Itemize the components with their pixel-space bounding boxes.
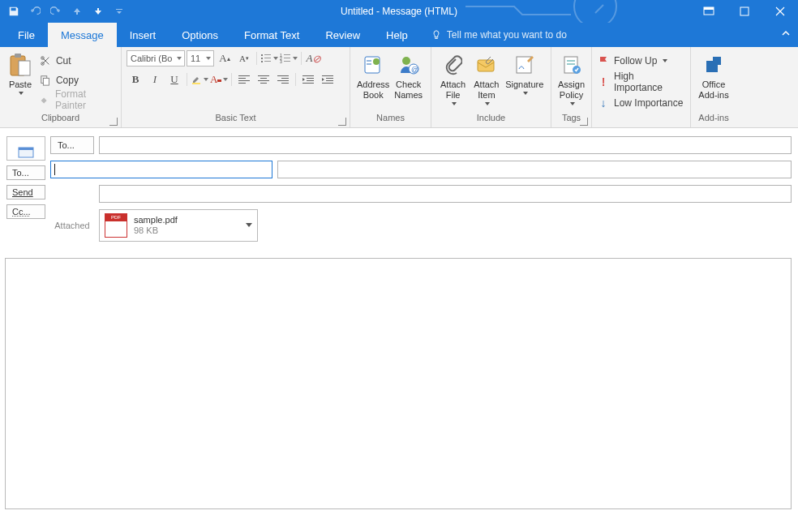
svg-rect-35 bbox=[277, 80, 289, 81]
low-importance-label: Low Importance bbox=[614, 97, 683, 109]
tab-help[interactable]: Help bbox=[373, 23, 421, 47]
svg-point-49 bbox=[402, 57, 410, 65]
svg-rect-27 bbox=[238, 80, 250, 81]
paste-button[interactable]: Paste bbox=[5, 50, 36, 95]
increase-indent-icon[interactable] bbox=[319, 71, 337, 88]
from-input[interactable] bbox=[50, 161, 272, 178]
increase-font-icon[interactable]: A▴ bbox=[216, 50, 234, 66]
tab-file[interactable]: File bbox=[5, 23, 48, 47]
high-importance-button[interactable]: ! High Importance bbox=[597, 73, 685, 91]
lightbulb-icon bbox=[431, 29, 442, 41]
svg-rect-3 bbox=[704, 7, 714, 10]
check-names-button[interactable]: @ Check Names bbox=[391, 50, 426, 101]
to-button[interactable]: To... bbox=[50, 136, 94, 154]
message-body[interactable] bbox=[5, 258, 792, 509]
align-left-icon[interactable] bbox=[235, 71, 253, 88]
svg-rect-61 bbox=[19, 148, 33, 150]
group-label-tags: Tags bbox=[551, 113, 591, 127]
low-importance-button[interactable]: ↓ Low Importance bbox=[597, 94, 683, 112]
svg-rect-29 bbox=[258, 75, 269, 76]
title-bar: Untitled - Message (HTML) bbox=[0, 0, 798, 23]
follow-up-button[interactable]: Follow Up bbox=[597, 52, 667, 70]
group-names: Address Book @ Check Names Names bbox=[350, 47, 431, 127]
tab-format-text[interactable]: Format Text bbox=[231, 23, 312, 47]
svg-rect-7 bbox=[19, 61, 30, 75]
svg-rect-32 bbox=[260, 83, 267, 84]
next-item-icon[interactable] bbox=[89, 2, 107, 20]
ribbon-display-options-icon[interactable] bbox=[691, 0, 727, 23]
collapse-ribbon-icon[interactable] bbox=[780, 28, 792, 39]
svg-rect-48 bbox=[367, 63, 371, 65]
align-center-icon[interactable] bbox=[255, 71, 272, 88]
copy-button[interactable]: Copy bbox=[39, 71, 116, 89]
high-importance-label: High Importance bbox=[614, 71, 685, 93]
account-picker[interactable] bbox=[6, 136, 45, 161]
dialog-launcher-icon[interactable] bbox=[338, 118, 346, 126]
clear-formatting-icon[interactable]: A⊘ bbox=[305, 50, 323, 66]
signature-icon bbox=[512, 52, 538, 78]
low-importance-icon: ↓ bbox=[597, 97, 610, 109]
decrease-indent-icon[interactable] bbox=[299, 71, 317, 88]
numbering-icon[interactable]: 123 bbox=[280, 50, 298, 66]
tab-insert[interactable]: Insert bbox=[117, 23, 169, 47]
attach-file-button[interactable]: Attach File bbox=[436, 50, 470, 105]
group-clipboard: Paste Cut Copy Format Painter Clipboard bbox=[0, 47, 122, 127]
address-book-button[interactable]: Address Book bbox=[355, 50, 391, 101]
tell-me-search[interactable]: Tell me what you want to do bbox=[421, 23, 577, 47]
cc-input[interactable] bbox=[277, 161, 792, 178]
to-input[interactable] bbox=[99, 136, 792, 154]
group-label-include: Include bbox=[431, 113, 551, 127]
attach-item-label: Attach Item bbox=[474, 79, 499, 101]
copy-icon bbox=[39, 74, 52, 87]
paperclip-icon bbox=[440, 52, 466, 78]
highlight-icon[interactable] bbox=[191, 71, 208, 88]
tab-message[interactable]: Message bbox=[48, 23, 117, 47]
font-name-combo[interactable]: Calibri (Bo bbox=[127, 50, 185, 66]
format-painter-button[interactable]: Format Painter bbox=[39, 91, 116, 109]
office-addins-button[interactable]: Office Add-ins bbox=[696, 50, 732, 101]
dialog-launcher-icon[interactable] bbox=[109, 118, 118, 126]
align-right-icon[interactable] bbox=[274, 71, 292, 88]
chevron-down-icon[interactable] bbox=[246, 223, 252, 227]
underline-icon[interactable]: U bbox=[165, 71, 183, 88]
prev-item-icon[interactable] bbox=[68, 2, 86, 20]
svg-rect-47 bbox=[367, 60, 371, 62]
decrease-font-icon[interactable]: A▾ bbox=[235, 50, 253, 66]
cc-small-button[interactable]: Cc... bbox=[6, 204, 45, 219]
save-icon[interactable] bbox=[5, 2, 23, 20]
svg-text:3: 3 bbox=[280, 59, 282, 63]
italic-icon[interactable]: I bbox=[146, 71, 164, 88]
qat-customize-icon[interactable] bbox=[110, 2, 128, 20]
assign-policy-label: Assign Policy bbox=[558, 79, 585, 101]
maximize-icon[interactable] bbox=[727, 0, 762, 23]
font-color-icon[interactable]: A bbox=[210, 71, 228, 88]
tab-options[interactable]: Options bbox=[169, 23, 231, 47]
dialog-launcher-icon[interactable] bbox=[580, 118, 588, 126]
attach-item-button[interactable]: Attach Item bbox=[470, 50, 503, 105]
quick-access-toolbar bbox=[0, 2, 128, 20]
attachment-chip[interactable]: sample.pdf 98 KB bbox=[99, 209, 258, 242]
undo-icon[interactable] bbox=[26, 2, 44, 20]
redo-icon[interactable] bbox=[47, 2, 65, 20]
bold-icon[interactable]: B bbox=[127, 71, 144, 88]
tab-review[interactable]: Review bbox=[312, 23, 373, 47]
group-label-addins: Add-ins bbox=[691, 113, 736, 127]
paintbrush-icon bbox=[39, 93, 51, 106]
send-small-button[interactable]: Send bbox=[6, 185, 45, 200]
bullets-icon[interactable] bbox=[260, 50, 278, 66]
cut-button[interactable]: Cut bbox=[39, 52, 116, 70]
assign-policy-icon bbox=[559, 52, 585, 78]
office-addins-label: Office Add-ins bbox=[698, 79, 728, 101]
svg-rect-26 bbox=[238, 78, 246, 79]
group-tags: Follow Up ! High Importance ↓ Low Import… bbox=[592, 47, 691, 127]
assign-policy-button[interactable]: Assign Policy bbox=[556, 50, 586, 105]
svg-rect-38 bbox=[307, 78, 314, 79]
font-size-combo[interactable]: 11 bbox=[187, 50, 214, 66]
svg-rect-42 bbox=[326, 78, 333, 79]
svg-rect-4 bbox=[740, 7, 749, 15]
to-small-button[interactable]: To... bbox=[6, 165, 45, 180]
copy-label: Copy bbox=[56, 75, 79, 86]
close-icon[interactable] bbox=[762, 0, 798, 23]
signature-button[interactable]: Signature bbox=[504, 50, 547, 95]
subject-input[interactable] bbox=[99, 185, 792, 203]
